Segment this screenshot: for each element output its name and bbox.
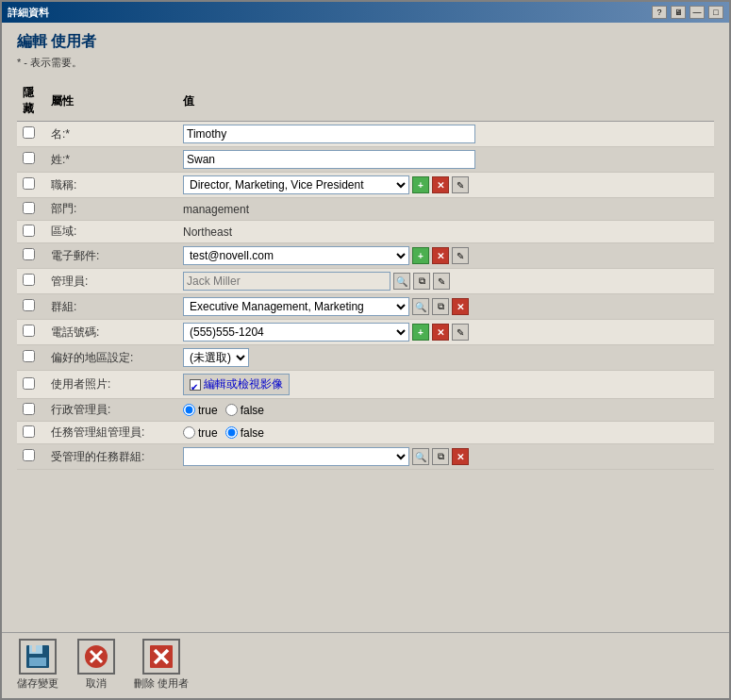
pencil-icon: ✎ <box>457 180 464 191</box>
hide-checkbox-title[interactable] <box>23 177 35 190</box>
maximize-button[interactable]: □ <box>708 6 723 19</box>
manager-copy-button[interactable]: ⧉ <box>413 273 430 290</box>
dropdown-managed-groups[interactable] <box>183 447 409 466</box>
label-first-name: 名:* <box>51 127 70 141</box>
table-row: 名:* <box>17 122 714 147</box>
input-last-name[interactable] <box>183 150 475 169</box>
task-admin-true-label[interactable]: true <box>183 426 218 440</box>
managed-groups-copy-button[interactable]: ⧉ <box>432 448 449 465</box>
search-glass-icon: 🔍 <box>415 302 426 312</box>
manager-edit-button[interactable]: ✎ <box>433 273 450 290</box>
bottom-toolbar: 儲存變更 取消 刪除 使用者 <box>2 632 729 698</box>
dropdown-locale[interactable]: (未選取) <box>183 348 249 367</box>
admin-false-label[interactable]: false <box>225 404 264 417</box>
group-remove-button[interactable]: ✕ <box>452 298 469 315</box>
table-row: 姓:* <box>17 147 714 173</box>
label-email: 電子郵件: <box>51 249 99 262</box>
admin-true-radio[interactable] <box>183 404 195 416</box>
photo-checkbox-icon: ✔ <box>190 379 201 391</box>
search-glass-icon: 🔍 <box>396 276 407 287</box>
hide-checkbox-phone[interactable] <box>23 325 35 337</box>
managed-groups-remove-button[interactable]: ✕ <box>452 448 469 465</box>
title-edit-button[interactable]: ✎ <box>452 176 469 193</box>
dropdown-title[interactable]: Director, Marketing, Vice President <box>183 175 409 194</box>
floppy-svg <box>25 643 51 670</box>
admin-false-radio[interactable] <box>225 404 238 416</box>
email-edit-button[interactable]: ✎ <box>452 247 469 264</box>
copy-icon: ⧉ <box>419 275 425 287</box>
monitor-button[interactable]: 🖥 <box>671 6 686 19</box>
col-header-value: 值 <box>177 81 714 122</box>
cancel-button[interactable]: 取消 <box>77 639 115 691</box>
hide-checkbox-department[interactable] <box>23 202 35 214</box>
table-row: 行政管理員: true false <box>17 399 714 422</box>
copy-icon: ⧉ <box>438 301 444 312</box>
label-manager: 管理員: <box>51 275 88 288</box>
pencil-icon: ✎ <box>457 327 464 338</box>
save-button[interactable]: 儲存變更 <box>17 639 58 691</box>
cancel-label: 取消 <box>86 676 107 691</box>
dropdown-group[interactable]: Executive Management, Marketing <box>183 297 409 316</box>
group-copy-button[interactable]: ⧉ <box>432 298 449 315</box>
email-add-button[interactable]: + <box>412 247 429 264</box>
help-button[interactable]: ? <box>652 6 667 19</box>
hide-checkbox-locale[interactable] <box>23 350 35 362</box>
label-managed-groups: 受管理的任務群組: <box>51 450 144 463</box>
task-admin-true-radio[interactable] <box>183 426 195 439</box>
group-value-row: Executive Management, Marketing 🔍 ⧉ ✕ <box>183 297 708 316</box>
hide-checkbox-task-admin[interactable] <box>23 425 35 438</box>
table-row: 部門: management <box>17 198 714 221</box>
label-admin: 行政管理員: <box>51 403 110 416</box>
input-first-name[interactable] <box>183 125 475 143</box>
value-region: Northeast <box>183 225 232 239</box>
delete-svg <box>148 643 174 670</box>
delete-icon <box>142 639 180 675</box>
table-row: 偏好的地區設定: (未選取) <box>17 345 714 371</box>
hide-checkbox-admin[interactable] <box>23 403 35 415</box>
hide-checkbox-first-name[interactable] <box>23 126 35 139</box>
task-admin-false-radio[interactable] <box>225 426 238 439</box>
admin-true-label[interactable]: true <box>183 404 218 417</box>
minimize-button[interactable]: — <box>689 6 705 19</box>
dropdown-phone[interactable]: (555)555-1204 <box>183 323 409 342</box>
task-admin-false-label[interactable]: false <box>225 426 264 440</box>
title-remove-button[interactable]: ✕ <box>432 176 449 193</box>
delete-button[interactable]: 刪除 使用者 <box>134 639 189 691</box>
managed-groups-value-row: 🔍 ⧉ ✕ <box>183 447 708 466</box>
pencil-icon: ✎ <box>457 251 464 261</box>
table-header-row: 隱藏 屬性 值 <box>17 81 714 122</box>
hide-checkbox-manager[interactable] <box>23 274 35 286</box>
phone-add-button[interactable]: + <box>412 324 429 341</box>
save-label: 儲存變更 <box>17 676 58 691</box>
hide-checkbox-managed-groups[interactable] <box>23 449 35 461</box>
photo-container: ✔ 編輯或檢視影像 <box>183 374 290 395</box>
hide-checkbox-region[interactable] <box>23 225 35 237</box>
svg-rect-2 <box>32 645 36 652</box>
title-add-button[interactable]: + <box>412 176 429 193</box>
phone-edit-button[interactable]: ✎ <box>452 324 469 341</box>
title-bar: 詳細資料 ? 🖥 — □ <box>2 2 729 23</box>
table-row: 群組: Executive Management, Marketing 🔍 ⧉ … <box>17 294 714 320</box>
hide-checkbox-group[interactable] <box>23 299 35 311</box>
dropdown-email[interactable]: test@novell.com <box>183 246 409 265</box>
label-photo: 使用者照片: <box>51 377 110 391</box>
manager-search-button[interactable]: 🔍 <box>393 273 410 290</box>
manager-value-row: 🔍 ⧉ ✎ <box>183 272 708 291</box>
label-region: 區域: <box>51 225 76 238</box>
table-row: 管理員: 🔍 ⧉ ✎ <box>17 269 714 294</box>
table-row: 電話號碼: (555)555-1204 + ✕ ✎ <box>17 320 714 345</box>
value-department: management <box>183 203 249 216</box>
email-remove-button[interactable]: ✕ <box>432 247 449 264</box>
phone-remove-button[interactable]: ✕ <box>432 324 449 341</box>
hide-checkbox-last-name[interactable] <box>23 152 35 164</box>
window-title: 詳細資料 <box>8 6 49 20</box>
photo-edit-link[interactable]: 編輯或檢視影像 <box>204 376 283 392</box>
hide-checkbox-photo[interactable] <box>23 377 35 390</box>
group-search-button[interactable]: 🔍 <box>412 298 429 315</box>
form-table: 隱藏 屬性 值 名:* 姓:* <box>17 81 714 470</box>
required-note: * - 表示需要。 <box>17 56 714 70</box>
hide-checkbox-email[interactable] <box>23 248 35 260</box>
title-value-row: Director, Marketing, Vice President + ✕ … <box>183 175 708 194</box>
label-phone: 電話號碼: <box>51 325 99 339</box>
managed-groups-search-button[interactable]: 🔍 <box>412 448 429 465</box>
